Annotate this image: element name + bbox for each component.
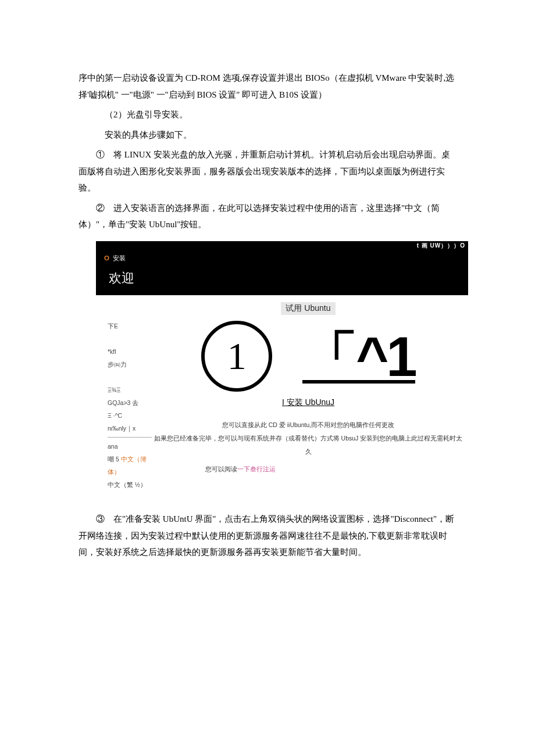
language-item[interactable]: 中文（繁 ½）	[108, 478, 152, 491]
document-body-after: ③ 在"准备安装 UbUntU 界面"，点击右上角双徜头状的网络设置图标，选择"…	[79, 511, 456, 561]
language-item[interactable]: Ξ ·^C	[108, 409, 152, 422]
language-item[interactable]: ana	[108, 440, 152, 453]
option-install-icon: 「^1	[302, 333, 415, 384]
language-item[interactable]: GQJa>3 去	[108, 396, 152, 409]
release-notes-line: 您可以阅读一下叁行注运	[152, 465, 465, 474]
description-line: 您可以直接从此 CD 爱 iiUbuntu,而不用对您的电脑作任何更改	[152, 418, 465, 432]
install-ubuntu-button[interactable]: I 安装 UbUnuJ	[282, 397, 334, 408]
list-item-3: ③ 在"准备安装 UbUntU 界面"，点击右上角双徜头状的网络设置图标，选择"…	[79, 511, 456, 561]
description-line: 如果您已经准备完毕，您可以与现有系统并存（或看替代）方式将 UbsuJ 安装到您…	[152, 432, 465, 458]
try-ubuntu-button[interactable]: 试用 Ubuntu	[281, 302, 335, 315]
option-circle-icon: 1	[201, 321, 272, 392]
paragraph: 安装的具体步骤如下。	[79, 127, 456, 144]
paragraph: （2）光盘引导安装。	[79, 106, 456, 123]
installer-screenshot: t 画 UW）））O O 安装 欢迎 下E *kfl 步㈣力 Ξ¾Ξ GQJa>…	[96, 241, 468, 497]
window-title: 安装	[113, 255, 126, 261]
language-item-selected[interactable]: 嘲 5 中文（簿体）	[108, 453, 152, 478]
option-icons: 1 「^1	[201, 321, 415, 392]
language-item[interactable]: nι‰nly｜x	[108, 422, 152, 435]
release-notes-link[interactable]: 一下叁行注运	[237, 465, 276, 472]
window-statusbar: t 画 UW）））O	[96, 241, 468, 249]
list-item-1: ① 将 LINUX 安装光盘的放入光驱，并重新启动计算机。计算机启动后会出现启动…	[79, 146, 456, 196]
language-item[interactable]: Ξ¾Ξ	[108, 384, 152, 396]
language-list[interactable]: 下E *kfl 步㈣力 Ξ¾Ξ GQJa>3 去 Ξ ·^C nι‰nly｜x …	[108, 301, 152, 492]
window-titlebar: O 安装 欢迎	[96, 249, 468, 295]
language-item[interactable]: 步㈣力	[108, 358, 152, 371]
paragraph: 序中的第一启动设备设置为 CD-ROM 选项,保存设置并退出 BIOSo（在虚拟…	[79, 70, 456, 103]
list-item-2: ② 进入安装语言的选择界面，在此可以选择安装过程中使用的语言，这里选择"中文（简…	[79, 200, 456, 233]
welcome-heading: 欢迎	[109, 270, 462, 287]
language-item[interactable]: *kfl	[108, 345, 152, 358]
language-item[interactable]: 下E	[108, 320, 152, 332]
close-icon[interactable]: O	[104, 255, 109, 261]
document-body: 序中的第一启动设备设置为 CD-ROM 选项,保存设置并退出 BIOSo（在虚拟…	[79, 70, 456, 233]
